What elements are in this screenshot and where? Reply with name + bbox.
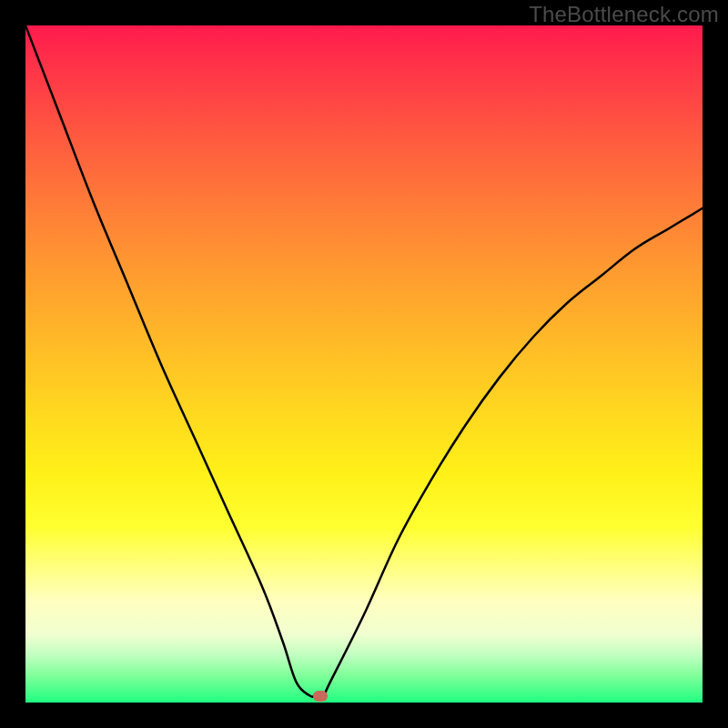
watermark-text: TheBottleneck.com	[529, 2, 719, 27]
chart-plot-area	[25, 25, 703, 703]
optimum-marker	[313, 691, 328, 702]
bottleneck-curve	[25, 25, 703, 703]
